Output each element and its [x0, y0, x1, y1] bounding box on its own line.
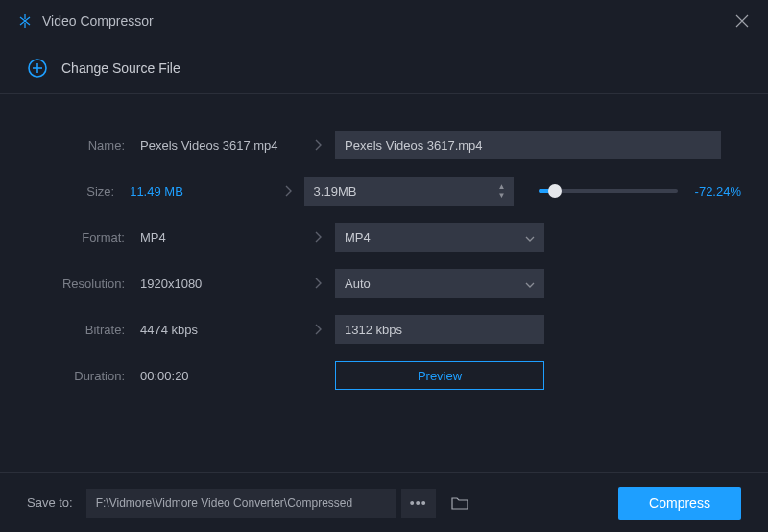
close-button[interactable] — [733, 12, 751, 30]
row-resolution: Resolution: 1920x1080 Auto — [27, 267, 741, 300]
app-icon — [17, 13, 33, 29]
name-original: Pexels Videos 3617.mp4 — [132, 138, 300, 153]
window: Video Compressor Change Source File Name… — [0, 0, 768, 532]
add-icon — [27, 58, 48, 79]
bitrate-label: Bitrate: — [27, 323, 132, 337]
row-duration: Duration: 00:00:20 Preview — [27, 359, 741, 392]
resolution-original: 1920x1080 — [132, 277, 300, 291]
chevron-right-icon — [273, 185, 303, 197]
format-original: MP4 — [132, 230, 300, 245]
chevron-right-icon — [300, 231, 335, 243]
bitrate-original: 4474 kbps — [132, 323, 300, 337]
size-label: Size: — [27, 184, 122, 199]
stepper-up-icon[interactable]: ▲ — [496, 183, 508, 191]
row-name: Name: Pexels Videos 3617.mp4 — [27, 129, 741, 161]
preview-button[interactable]: Preview — [335, 361, 544, 390]
chevron-right-icon — [300, 278, 335, 289]
row-size: Size: 11.49 MB 3.19MB ▲ ▼ — [27, 175, 741, 207]
change-source-label: Change Source File — [61, 60, 180, 76]
folder-icon — [451, 496, 468, 510]
name-input[interactable] — [335, 131, 721, 159]
window-title: Video Compressor — [42, 13, 154, 29]
resolution-label: Resolution: — [27, 277, 132, 291]
chevron-right-icon — [300, 139, 335, 151]
resolution-select[interactable]: Auto — [335, 269, 544, 298]
save-to-label: Save to: — [27, 496, 73, 510]
save-path: F:\Vidmore\Vidmore Video Converter\Compr… — [96, 496, 352, 510]
row-format: Format: MP4 MP4 — [27, 221, 741, 254]
format-value: MP4 — [345, 230, 371, 245]
save-path-box: F:\Vidmore\Vidmore Video Converter\Compr… — [86, 489, 396, 518]
size-percent: -72.24% — [695, 184, 741, 199]
duration-original: 00:00:20 — [132, 369, 300, 383]
size-original: 11.49 MB — [122, 184, 273, 199]
browse-button[interactable]: ••• — [401, 489, 436, 518]
bitrate-input[interactable] — [335, 315, 544, 344]
content: Name: Pexels Videos 3617.mp4 Size: 11.49… — [0, 94, 768, 472]
footer: Save to: F:\Vidmore\Vidmore Video Conver… — [0, 472, 768, 532]
change-source-row[interactable]: Change Source File — [0, 42, 768, 94]
format-select[interactable]: MP4 — [335, 223, 544, 252]
size-slider[interactable] — [539, 189, 678, 193]
format-label: Format: — [27, 230, 132, 245]
name-label: Name: — [27, 138, 132, 153]
stepper-down-icon[interactable]: ▼ — [496, 192, 508, 200]
duration-label: Duration: — [27, 369, 132, 383]
resolution-value: Auto — [345, 277, 371, 291]
size-stepper[interactable]: 3.19MB ▲ ▼ — [304, 177, 514, 206]
open-folder-button[interactable] — [445, 489, 474, 518]
compress-button[interactable]: Compress — [618, 487, 741, 520]
chevron-right-icon — [300, 324, 335, 335]
chevron-down-icon — [525, 230, 535, 245]
row-bitrate: Bitrate: 4474 kbps — [27, 313, 741, 346]
chevron-down-icon — [525, 277, 535, 291]
titlebar: Video Compressor — [0, 0, 768, 42]
slider-thumb[interactable] — [548, 184, 562, 198]
size-value: 3.19MB — [314, 184, 357, 199]
